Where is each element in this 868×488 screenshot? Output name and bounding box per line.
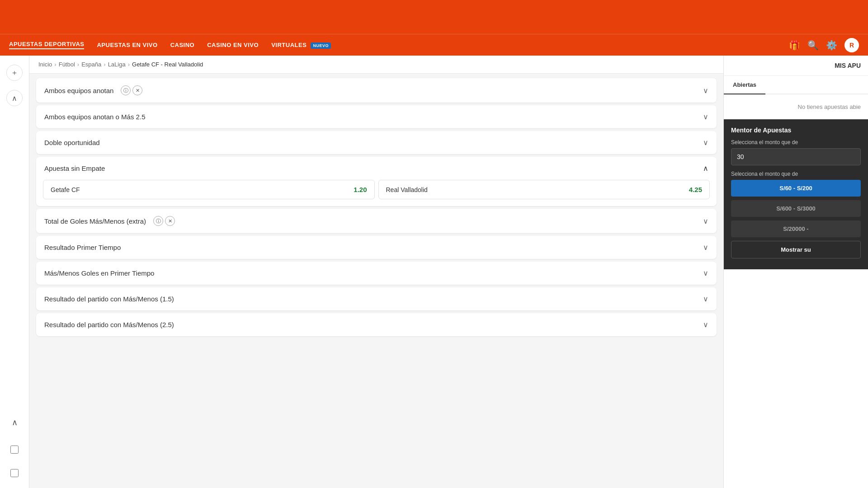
nav-items: APUESTAS DEPORTIVAS APUESTAS EN VIVO CAS… (9, 41, 789, 49)
breadcrumb-futbol[interactable]: Fútbol (59, 61, 75, 68)
tabs-row: Abiertas (724, 76, 868, 94)
accordion-header-partido-1.5[interactable]: Resultado del partido con Más/Menos (1.5… (36, 287, 717, 310)
chevron-down-partido-2.5: ∨ (703, 320, 708, 329)
accordion-title-mas-menos-primer: Más/Menos Goles en Primer Tiempo (44, 269, 154, 277)
accordion-header-left-6: Resultado Primer Tiempo (44, 244, 121, 251)
mentor-subtitle-2: Selecciona el monto que de (731, 171, 861, 177)
accordion-resultado-primer-tiempo: Resultado Primer Tiempo ∨ (36, 236, 717, 259)
bet-option-getafe[interactable]: Getafe CF 1.20 (43, 180, 375, 199)
breadcrumb-sep-2: › (77, 61, 79, 68)
chevron-up-apuesta-sin-empate: ∧ (703, 164, 708, 173)
mentor-btn-60-200[interactable]: S/60 - S/200 (731, 180, 861, 197)
chevron-down-ambos-anotan: ∨ (703, 86, 708, 95)
accordion-resultado-partido-1.5: Resultado del partido con Más/Menos (1.5… (36, 287, 717, 310)
right-panel-header: MIS APU (724, 56, 868, 76)
nav-casino-en-vivo[interactable]: CASINO EN VIVO (207, 42, 259, 48)
accordion-header-total-goles[interactable]: Total de Goles Más/Menos (extra) ⓘ ✕ ∨ (36, 209, 717, 233)
accordion-header-left-5: Total de Goles Más/Menos (extra) ⓘ ✕ (44, 216, 175, 226)
accordion-header-ambos-equipos-anotan[interactable]: Ambos equipos anotan ⓘ ✕ ∨ (36, 78, 717, 103)
accordion-title-resultado-primer: Resultado Primer Tiempo (44, 244, 121, 251)
sidebar-up-arrow[interactable]: ∧ (12, 418, 18, 427)
settings-icon[interactable]: ⚙️ (826, 40, 837, 51)
accordion-header-doble[interactable]: Doble oportunidad ∨ (36, 131, 717, 154)
accordion-title-partido-2.5: Resultado del partido con Más/Menos (2.5… (44, 321, 174, 328)
accordion-title-ambos-mas: Ambos equipos anotan o Más 2.5 (44, 113, 145, 121)
accordion-mas-menos-goles-primer: Más/Menos Goles en Primer Tiempo ∨ (36, 262, 717, 285)
breadcrumb-current: Getafe CF - Real Valladolid (132, 61, 203, 68)
top-banner (0, 0, 868, 34)
chevron-down-ambos-mas: ∨ (703, 113, 708, 121)
chevron-down-total-goles: ∨ (703, 217, 708, 225)
left-sidebar: ＋ ∧ ∧ (0, 56, 29, 488)
accordion-ambos-equipos-anotan-o-mas: Ambos equipos anotan o Más 2.5 ∨ (36, 105, 717, 128)
add-button[interactable]: ＋ (6, 65, 23, 81)
breadcrumb-inicio[interactable]: Inicio (38, 61, 52, 68)
search-icon[interactable]: 🔍 (807, 40, 819, 51)
breadcrumb-espana[interactable]: España (81, 61, 101, 68)
main-wrapper: ＋ ∧ ∧ Inicio › Fútbol › España › LaLiga … (0, 56, 868, 488)
no-bets-message: No tienes apuestas abie (724, 94, 868, 119)
accordion-title-doble: Doble oportunidad (44, 139, 100, 146)
breadcrumb-sep-1: › (54, 61, 56, 68)
bet-odds-getafe: 1.20 (354, 186, 367, 193)
nav-casino[interactable]: CASINO (170, 42, 195, 48)
chevron-down-partido-1.5: ∨ (703, 295, 708, 303)
user-avatar[interactable]: R (844, 38, 859, 52)
accordion-icons: ⓘ ✕ (121, 85, 142, 95)
accordion-title-ambos-equipos-anotan: Ambos equipos anotan (44, 87, 113, 94)
stats-icon-2[interactable]: ✕ (165, 216, 175, 226)
accordion-header-left-2: Ambos equipos anotan o Más 2.5 (44, 113, 145, 121)
gift-icon[interactable]: 🎁 (789, 40, 800, 51)
accordion-apuesta-sin-empate: Apuesta sin Empate ∧ Getafe CF 1.20 Real… (36, 157, 717, 206)
accordion-header-apuesta-sin-empate[interactable]: Apuesta sin Empate ∧ (36, 157, 717, 180)
navbar: APUESTAS DEPORTIVAS APUESTAS EN VIVO CAS… (0, 34, 868, 56)
nuevo-badge: NUEVO (311, 42, 331, 49)
info-icon-2[interactable]: ⓘ (153, 216, 163, 226)
accordion-title-apuesta-sin-empate: Apuesta sin Empate (44, 164, 105, 172)
chevron-down-resultado-primer: ∨ (703, 243, 708, 252)
mentor-show-button[interactable]: Mostrar su (731, 241, 861, 258)
accordion-header-left-3: Doble oportunidad (44, 139, 100, 146)
center-content: Inicio › Fútbol › España › LaLiga › Geta… (29, 56, 723, 488)
collapse-button[interactable]: ∧ (6, 90, 23, 106)
accordion-title-partido-1.5: Resultado del partido con Más/Menos (1.5… (44, 295, 174, 303)
accordion-header-mas-menos-primer[interactable]: Más/Menos Goles en Primer Tiempo ∨ (36, 262, 717, 285)
accordion-header-left-9: Resultado del partido con Más/Menos (2.5… (44, 321, 174, 328)
checkbox-1[interactable] (10, 446, 19, 454)
accordion-header-ambos-mas[interactable]: Ambos equipos anotan o Más 2.5 ∨ (36, 105, 717, 128)
checkbox-2[interactable] (10, 469, 19, 477)
accordion-header-left-7: Más/Menos Goles en Primer Tiempo (44, 269, 154, 277)
info-icon-1[interactable]: ⓘ (121, 85, 131, 95)
breadcrumb: Inicio › Fútbol › España › LaLiga › Geta… (29, 56, 723, 74)
nav-virtuales[interactable]: VIRTUALES NUEVO (271, 42, 331, 48)
accordion-resultado-partido-2.5: Resultado del partido con Más/Menos (2.5… (36, 313, 717, 336)
accordion-icons-2: ⓘ ✕ (153, 216, 175, 226)
accordion-total-goles: Total de Goles Más/Menos (extra) ⓘ ✕ ∨ (36, 209, 717, 233)
accordion-doble-oportunidad: Doble oportunidad ∨ (36, 131, 717, 154)
mentor-btn-20000[interactable]: S/20000 - (731, 221, 861, 237)
breadcrumb-sep-3: › (104, 61, 105, 68)
accordion-header-resultado-primer[interactable]: Resultado Primer Tiempo ∨ (36, 236, 717, 259)
breadcrumb-laliga[interactable]: LaLiga (108, 61, 126, 68)
navbar-right: 🎁 🔍 ⚙️ R (789, 38, 859, 52)
mentor-btn-600-3000[interactable]: S/600 - S/3000 (731, 200, 861, 217)
accordion-header-left: Ambos equipos anotan ⓘ ✕ (44, 85, 142, 95)
nav-apuestas-en-vivo[interactable]: APUESTAS EN VIVO (97, 42, 157, 48)
mentor-input[interactable] (731, 148, 861, 165)
accordion-header-partido-2.5[interactable]: Resultado del partido con Más/Menos (2.5… (36, 313, 717, 336)
accordion-header-left-4: Apuesta sin Empate (44, 164, 105, 172)
right-panel: MIS APU Abiertas No tienes apuestas abie… (723, 56, 868, 488)
mentor-subtitle-1: Selecciona el monto que de (731, 139, 861, 145)
tab-abiertas[interactable]: Abiertas (724, 76, 765, 94)
accordion-list: Ambos equipos anotan ⓘ ✕ ∨ Ambos equipos… (29, 74, 723, 341)
accordion-title-total-goles: Total de Goles Más/Menos (extra) (44, 217, 146, 225)
accordion-header-left-8: Resultado del partido con Más/Menos (1.5… (44, 295, 174, 303)
chevron-down-doble: ∨ (703, 138, 708, 147)
breadcrumb-sep-4: › (128, 61, 130, 68)
bet-label-getafe: Getafe CF (51, 186, 80, 193)
stats-icon-1[interactable]: ✕ (132, 85, 142, 95)
bet-label-valladolid: Real Valladolid (386, 186, 428, 193)
nav-apuestas-deportivas[interactable]: APUESTAS DEPORTIVAS (9, 41, 84, 49)
mentor-title: Mentor de Apuestas (731, 127, 861, 134)
bet-option-valladolid[interactable]: Real Valladolid 4.25 (378, 180, 710, 199)
